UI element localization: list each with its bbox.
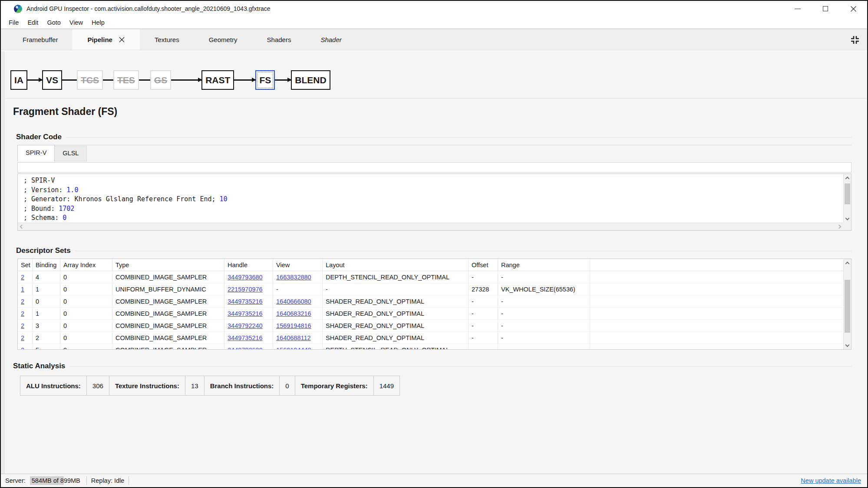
code-horizontal-scrollbar[interactable] [18, 223, 843, 230]
table-row[interactable]: 200COMBINED_IMAGE_SAMPLER344973521616406… [18, 295, 843, 308]
column-header-array-index[interactable]: Array Index [60, 259, 112, 271]
set-link[interactable]: 2 [21, 322, 24, 329]
set-link[interactable]: 2 [21, 298, 24, 305]
table-row[interactable]: 240COMBINED_IMAGE_SAMPLER344979368016638… [18, 271, 843, 283]
scrollbar-thumb[interactable] [845, 183, 850, 204]
shader-code-search-input[interactable] [17, 162, 851, 173]
tab-shader[interactable]: Shader [306, 29, 356, 50]
shader-code-group-title: Shader Code [16, 133, 851, 141]
cell-view: 1640683216 [273, 308, 323, 319]
handle-link[interactable]: 3449792240 [228, 322, 263, 329]
menu-help[interactable]: Help [87, 18, 109, 27]
stage-tes[interactable]: TES [113, 70, 139, 90]
column-header-layout[interactable]: Layout [323, 259, 469, 271]
scroll-down-button[interactable] [844, 215, 851, 223]
column-header-view[interactable]: View [273, 259, 323, 271]
close-button[interactable] [839, 1, 867, 16]
cell-range: - [498, 271, 590, 283]
table-row[interactable]: 250COMBINED_IMAGE_SAMPLER344979360015691… [18, 344, 843, 350]
cell-layout: DEPTH_STENCIL_READ_ONLY_OPTIMAL [323, 344, 469, 350]
tab-label: Textures [155, 36, 179, 43]
handle-link[interactable]: 3449793680 [228, 274, 263, 281]
static-analysis-metrics: ALU Instructions:306Texture Instructions… [20, 376, 400, 396]
cell-handle: 3449735216 [224, 308, 273, 319]
chevron-down-icon [845, 343, 850, 347]
set-link[interactable]: 2 [21, 274, 24, 281]
column-header-type[interactable]: Type [112, 259, 224, 271]
minimize-button[interactable] [784, 1, 812, 16]
tab-framebuffer[interactable]: Framebuffer [8, 29, 73, 50]
collapse-panes-button[interactable] [850, 35, 860, 45]
cell-array-index: 0 [60, 320, 112, 331]
view-link[interactable]: 1640683216 [276, 310, 311, 317]
tab-textures[interactable]: Textures [140, 29, 194, 50]
tab-pipeline[interactable]: Pipeline [73, 29, 140, 50]
maximize-button[interactable] [812, 1, 839, 16]
chevron-right-icon[interactable] [837, 225, 842, 229]
tab-geometry[interactable]: Geometry [194, 29, 252, 50]
set-link[interactable]: 2 [21, 334, 24, 341]
column-header-handle[interactable]: Handle [224, 259, 273, 271]
cell-view: 1663832880 [273, 271, 323, 283]
view-link[interactable]: 1569194816 [276, 322, 311, 329]
code-number: 10 [220, 195, 228, 203]
stage-gs[interactable]: GS [150, 70, 171, 90]
column-header-binding[interactable]: Binding [33, 259, 60, 271]
stage-ia[interactable]: IA [10, 70, 27, 90]
set-link[interactable]: 1 [21, 286, 24, 293]
shader-code-tab-glsl[interactable]: GLSL [55, 146, 87, 161]
tab-shaders[interactable]: Shaders [252, 29, 306, 50]
chevron-left-icon[interactable] [20, 225, 24, 229]
scroll-up-button[interactable] [844, 259, 851, 267]
shader-code-viewer[interactable]: ; SPIR-V; Version: 1.0; Generator: Khron… [17, 174, 851, 231]
scrollbar-thumb[interactable] [845, 280, 850, 333]
menu-goto[interactable]: Goto [43, 18, 65, 27]
shader-code-tab-spir-v[interactable]: SPIR-V [17, 145, 55, 161]
cell-type: COMBINED_IMAGE_SAMPLER [112, 271, 224, 283]
server-memory-indicator: 584MB of 899MB [30, 476, 82, 485]
column-header-set[interactable]: Set [18, 259, 33, 271]
stage-tcs[interactable]: TCS [77, 70, 103, 90]
handle-link[interactable]: 3449793600 [228, 347, 263, 350]
cell-handle: 3449735216 [224, 295, 273, 307]
cell-handle: 3449793680 [224, 271, 273, 283]
stage-vs[interactable]: VS [42, 70, 62, 90]
menu-edit[interactable]: Edit [23, 18, 43, 27]
set-link[interactable]: 2 [21, 347, 24, 350]
menu-file[interactable]: File [4, 18, 23, 27]
cell-range: VK_WHOLE_SIZE(65536) [498, 283, 590, 295]
view-link[interactable]: 1569104448 [276, 347, 311, 350]
menu-view[interactable]: View [65, 18, 87, 27]
code-vertical-scrollbar[interactable] [843, 174, 851, 223]
cell-set: 2 [18, 320, 33, 331]
update-link[interactable]: New update available [801, 477, 861, 484]
scroll-up-button[interactable] [844, 174, 851, 182]
stage-rast[interactable]: RAST [201, 70, 234, 90]
status-separator [129, 476, 129, 485]
cell-range: - [498, 344, 590, 350]
set-link[interactable]: 2 [21, 310, 24, 317]
handle-link[interactable]: 3449735216 [228, 334, 263, 341]
handle-link[interactable]: 3449735216 [228, 298, 263, 305]
table-row[interactable]: 110UNIFORM_BUFFER_DYNAMIC2215970976--273… [18, 283, 843, 295]
handle-link[interactable]: 3449735216 [228, 310, 263, 317]
cell-offset: - [469, 295, 498, 307]
column-header-range[interactable]: Range [498, 259, 590, 271]
table-row[interactable]: 230COMBINED_IMAGE_SAMPLER344979224015691… [18, 320, 843, 332]
view-link[interactable]: 1640666080 [276, 298, 311, 305]
scroll-down-button[interactable] [844, 341, 851, 349]
stage-blend[interactable]: BLEND [291, 70, 330, 90]
cell-range: - [498, 332, 590, 344]
left-gutter [1, 51, 4, 474]
column-header-offset[interactable]: Offset [469, 259, 498, 271]
section-divider [5, 98, 867, 98]
table-vertical-scrollbar[interactable] [843, 259, 851, 349]
view-link[interactable]: 1663832880 [276, 274, 311, 281]
table-row[interactable]: 210COMBINED_IMAGE_SAMPLER344973521616406… [18, 308, 843, 320]
cell-filler [590, 308, 843, 319]
tab-close-icon[interactable] [119, 36, 125, 43]
handle-link[interactable]: 2215970976 [228, 286, 263, 293]
stage-fs[interactable]: FS [255, 70, 275, 90]
table-row[interactable]: 220COMBINED_IMAGE_SAMPLER344973521616406… [18, 332, 843, 344]
view-link[interactable]: 1640688112 [276, 334, 311, 341]
